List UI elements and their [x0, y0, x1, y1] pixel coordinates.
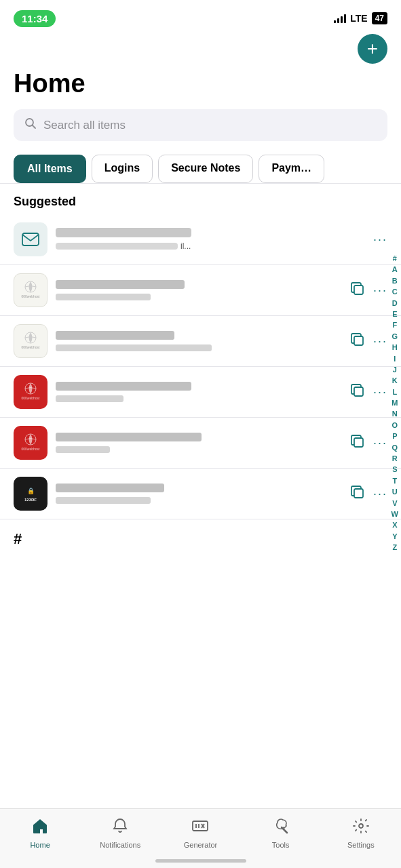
more-options-icon[interactable]: ··· — [373, 233, 387, 247]
alpha-V[interactable]: V — [392, 498, 397, 509]
list-item[interactable]: 000webhost ··· — [0, 367, 401, 418]
alpha-X[interactable]: X — [392, 520, 397, 530]
alpha-K[interactable]: K — [392, 376, 398, 386]
item-title-blur — [56, 484, 164, 492]
alpha-H[interactable]: H — [392, 342, 398, 353]
item-title-blur — [56, 382, 191, 391]
alpha-E[interactable]: E — [392, 309, 397, 319]
email-suffix: il... — [180, 241, 191, 251]
item-actions: ··· — [350, 332, 387, 351]
alpha-N[interactable]: N — [392, 409, 398, 419]
item-title-blur — [56, 433, 202, 441]
search-bar[interactable]: Search all items — [14, 109, 387, 141]
item-sub-blur — [56, 395, 123, 402]
lte-label: LTE — [350, 13, 367, 24]
nav-label-home: Home — [30, 841, 50, 849]
item-content: il... — [56, 228, 365, 251]
tools-icon — [272, 818, 290, 838]
status-time: 11:34 — [14, 10, 56, 27]
list-item[interactable]: il... ··· — [0, 214, 401, 265]
tab-logins[interactable]: Logins — [92, 155, 153, 183]
tab-payments[interactable]: Paym… — [259, 155, 324, 183]
alpha-Z[interactable]: Z — [392, 542, 397, 553]
signal-bars — [334, 14, 346, 23]
item-actions: ··· — [350, 281, 387, 300]
copy-icon[interactable] — [350, 485, 365, 503]
more-options-icon[interactable]: ··· — [373, 334, 387, 349]
alpha-T[interactable]: T — [392, 476, 397, 486]
item-actions: ··· — [373, 233, 387, 247]
home-indicator — [155, 859, 246, 863]
item-content — [56, 331, 342, 351]
alpha-D[interactable]: D — [392, 298, 398, 309]
svg-rect-14 — [354, 387, 363, 396]
list-item[interactable]: 000webhost ··· — [0, 316, 401, 367]
copy-icon[interactable] — [350, 434, 365, 452]
copy-icon[interactable] — [350, 281, 365, 300]
svg-text:123RF: 123RF — [24, 498, 37, 502]
item-sub-blur — [56, 446, 110, 453]
item-sub-blur — [56, 294, 151, 300]
svg-line-1 — [33, 125, 36, 129]
alpha-W[interactable]: W — [392, 509, 398, 519]
signal-bar-2 — [337, 18, 339, 23]
more-options-icon[interactable]: ··· — [373, 436, 387, 450]
alpha-O[interactable]: O — [392, 420, 398, 431]
copy-icon[interactable] — [350, 332, 365, 351]
item-icon-webhost-red: 000webhost — [14, 375, 47, 409]
hash-section-header: # — [0, 519, 401, 553]
svg-rect-2 — [22, 233, 39, 245]
item-sub-blur — [56, 344, 212, 351]
alpha-B[interactable]: B — [392, 276, 398, 286]
alpha-Q[interactable]: Q — [392, 443, 398, 453]
nav-item-settings[interactable]: Settings — [334, 818, 388, 849]
alpha-P[interactable]: P — [392, 431, 397, 441]
more-options-icon[interactable]: ··· — [373, 487, 387, 501]
page-title: Home — [0, 69, 401, 98]
nav-label-generator: Generator — [184, 841, 218, 849]
tab-all-items[interactable]: All Items — [14, 155, 86, 183]
tabs-container: All Items Logins Secure Notes Paym… — [0, 155, 401, 184]
tab-secure-notes[interactable]: Secure Notes — [158, 155, 253, 183]
item-content — [56, 484, 342, 504]
nav-item-tools[interactable]: Tools — [254, 818, 308, 849]
item-icon-webhost-red: 000webhost — [14, 426, 47, 460]
item-icon-webhost: 000webhost — [14, 273, 47, 307]
alpha-U[interactable]: U — [392, 487, 398, 497]
more-options-icon[interactable]: ··· — [373, 385, 387, 399]
alpha-L[interactable]: L — [392, 387, 397, 397]
alpha-G[interactable]: G — [392, 332, 398, 342]
plus-icon: + — [367, 39, 378, 58]
alpha-F[interactable]: F — [392, 320, 397, 330]
item-icon-123rf: 🔒 123RF — [14, 477, 47, 511]
list-item[interactable]: 000webhost ··· — [0, 418, 401, 469]
nav-item-notifications[interactable]: Notifications — [93, 818, 147, 849]
item-title-blur — [56, 280, 185, 289]
list-item[interactable]: 🔒 123RF ··· — [0, 469, 401, 519]
more-options-icon[interactable]: ··· — [373, 283, 387, 298]
nav-item-home[interactable]: Home — [13, 818, 67, 849]
nav-label-settings: Settings — [347, 841, 375, 849]
add-button[interactable]: + — [358, 34, 387, 64]
signal-bar-1 — [334, 20, 336, 23]
item-icon-email — [14, 222, 47, 256]
alpha-C[interactable]: C — [392, 287, 398, 297]
item-sub-blur — [56, 243, 178, 250]
alpha-A[interactable]: A — [392, 264, 398, 275]
alpha-R[interactable]: R — [392, 454, 398, 464]
item-actions: ··· — [350, 383, 387, 401]
list-item[interactable]: 000webhost ··· — [0, 265, 401, 316]
alpha-M[interactable]: M — [392, 398, 398, 408]
gear-icon — [352, 818, 370, 838]
status-bar: 11:34 LTE 47 — [0, 0, 401, 34]
alpha-I[interactable]: I — [394, 354, 396, 364]
item-content — [56, 382, 342, 402]
alpha-S[interactable]: S — [392, 465, 397, 475]
alpha-Y[interactable]: Y — [392, 532, 397, 542]
item-actions: ··· — [350, 434, 387, 452]
copy-icon[interactable] — [350, 383, 365, 401]
svg-text:🔒: 🔒 — [27, 487, 35, 495]
alpha-hash[interactable]: # — [393, 254, 397, 264]
alpha-J[interactable]: J — [393, 365, 397, 375]
nav-item-generator[interactable]: Generator — [173, 818, 227, 849]
